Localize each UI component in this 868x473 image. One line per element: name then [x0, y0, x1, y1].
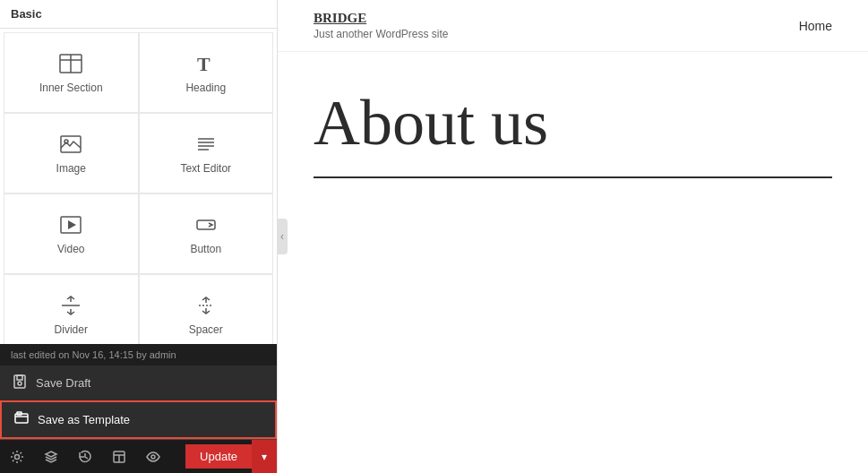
widget-label-spacer: Spacer	[189, 323, 223, 336]
page-content: About us	[278, 52, 868, 196]
svg-point-29	[151, 455, 155, 459]
button-icon	[193, 212, 219, 237]
collapse-handle[interactable]	[277, 219, 288, 254]
svg-point-24	[15, 454, 20, 459]
settings-icon-btn[interactable]	[0, 440, 34, 474]
left-panel: Basic Inner Section T	[0, 0, 278, 473]
save-template-label: Save as Template	[38, 413, 130, 426]
widget-heading[interactable]: T Heading	[139, 32, 274, 113]
svg-marker-11	[68, 220, 76, 229]
video-icon	[58, 212, 83, 237]
site-name: BRIDGE	[314, 11, 449, 26]
widget-label-text-editor: Text Editor	[180, 162, 231, 175]
last-edited-text: last edited on Nov 16, 14:15 by admin	[0, 344, 277, 366]
widget-label-button: Button	[190, 243, 221, 255]
svg-marker-25	[46, 452, 56, 457]
save-draft-icon	[13, 374, 27, 391]
history-icon-btn[interactable]	[68, 440, 102, 474]
save-draft-item[interactable]: Save Draft	[0, 366, 277, 400]
spacer-icon	[193, 293, 219, 318]
section-label: Basic	[11, 7, 42, 21]
site-title-block: BRIDGE Just another WordPress site	[314, 11, 449, 40]
svg-rect-20	[17, 375, 22, 380]
save-draft-label: Save Draft	[36, 376, 90, 390]
site-tagline: Just another WordPress site	[314, 28, 449, 40]
widget-button[interactable]: Button	[139, 194, 274, 274]
nav-home[interactable]: Home	[799, 19, 832, 33]
save-template-item[interactable]: Save as Template	[0, 400, 277, 439]
svg-text:T: T	[197, 53, 211, 75]
preview-icon-btn[interactable]	[136, 440, 170, 474]
widget-inner-section[interactable]: Inner Section	[4, 32, 139, 113]
update-chevron[interactable]: ▾	[252, 440, 277, 474]
template-icon-btn[interactable]	[102, 440, 136, 474]
site-nav[interactable]: Home	[799, 19, 832, 33]
widget-label-video: Video	[57, 243, 84, 255]
widget-label-heading: Heading	[185, 82, 226, 94]
widget-label-inner-section: Inner Section	[39, 82, 103, 94]
widget-video[interactable]: Video	[4, 194, 139, 274]
page-divider	[314, 176, 832, 178]
widget-text-editor[interactable]: Text Editor	[139, 113, 274, 194]
text-editor-icon	[193, 132, 219, 157]
widgets-row-1: Inner Section T Heading	[4, 32, 273, 113]
update-button[interactable]: Update	[185, 444, 252, 469]
widget-divider[interactable]: Divider	[4, 274, 139, 355]
bottom-panel: last edited on Nov 16, 14:15 by admin Sa…	[0, 344, 277, 473]
widget-label-image: Image	[56, 162, 86, 175]
inner-section-icon	[58, 51, 83, 76]
section-header: Basic	[0, 0, 277, 29]
widgets-row-2: Image Text Editor	[4, 113, 273, 194]
svg-point-21	[18, 382, 21, 385]
page-heading: About us	[314, 88, 832, 159]
widget-image[interactable]: Image	[4, 113, 139, 194]
widgets-row-4: Divider Spacer	[4, 274, 273, 355]
widget-label-divider: Divider	[55, 323, 88, 336]
right-panel: BRIDGE Just another WordPress site Home …	[278, 0, 868, 473]
divider-icon	[58, 293, 83, 318]
heading-icon: T	[193, 51, 219, 76]
bottom-toolbar: Update ▾	[0, 439, 277, 473]
site-header: BRIDGE Just another WordPress site Home	[278, 0, 868, 52]
layers-icon-btn[interactable]	[34, 440, 68, 474]
widgets-row-3: Video Button	[4, 194, 273, 274]
widget-spacer[interactable]: Spacer	[139, 274, 274, 355]
save-template-icon	[14, 411, 29, 428]
image-icon	[58, 132, 83, 157]
